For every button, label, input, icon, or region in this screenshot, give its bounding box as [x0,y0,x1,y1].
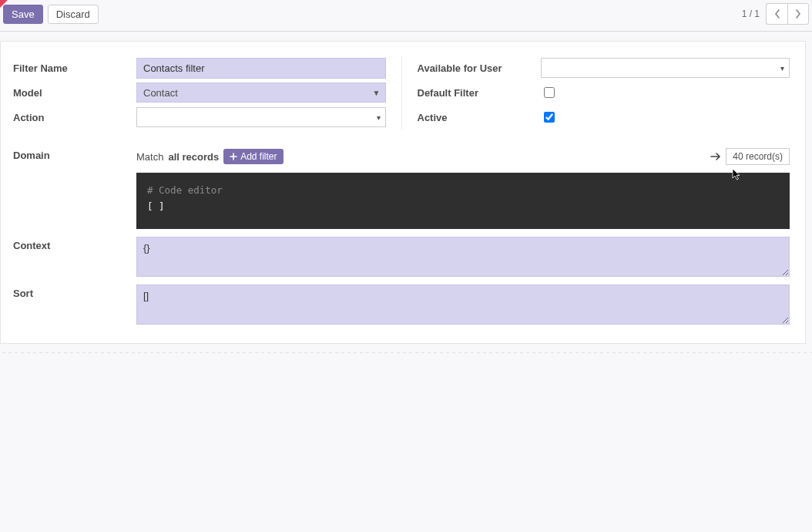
pager-text: 1 / 1 [742,8,760,19]
action-select[interactable]: ▾ [136,107,386,127]
form-sheet: Filter Name Model Contact ▼ Action ▾ A [0,41,806,344]
filter-name-input[interactable] [136,58,386,79]
pager-prev-button[interactable] [766,3,787,25]
domain-code-editor[interactable]: # Code editor [ ] [136,173,790,229]
code-value: [ ] [147,198,779,214]
domain-label: Domain [13,148,136,161]
top-fields: Filter Name Model Contact ▼ Action ▾ A [13,56,790,130]
caret-down-icon: ▾ [780,64,784,72]
available-for-user-label: Available for User [418,62,541,74]
add-filter-label: Add filter [240,151,277,162]
save-button[interactable]: Save [3,5,43,24]
filter-name-label: Filter Name [13,62,136,74]
records-button[interactable]: 40 record(s) [726,148,790,165]
chevron-left-icon [774,9,780,19]
model-label: Model [13,87,136,99]
arrow-right-icon [710,152,721,161]
pager-next-button[interactable] [787,3,809,25]
toolbar-left: Save Discard [3,5,99,24]
add-filter-button[interactable]: Add filter [223,149,283,164]
domain-editor: Match all records Add filter 40 record(s… [136,148,790,229]
active-checkbox[interactable] [544,112,555,123]
toolbar: Save Discard 1 / 1 [0,0,812,32]
toolbar-right: 1 / 1 [742,3,809,25]
domain-records: 40 record(s) [710,148,790,165]
caret-down-icon: ▼ [373,89,381,97]
available-for-user-select[interactable]: ▾ [541,58,790,78]
domain-match-text: Match [136,151,163,163]
context-label: Context [13,237,136,251]
default-filter-checkbox[interactable] [544,87,555,98]
discard-button[interactable]: Discard [48,5,99,24]
context-input[interactable] [136,237,790,277]
model-select-value: Contact [143,87,178,99]
sheet-bottom-edge [0,347,812,353]
sort-label: Sort [13,285,136,299]
plus-icon [230,153,237,160]
model-select[interactable]: Contact ▼ [136,82,386,103]
chevron-right-icon [795,9,801,19]
active-label: Active [418,112,541,123]
caret-down-icon: ▾ [377,113,381,122]
action-label: Action [13,112,136,123]
sort-input[interactable] [136,285,790,325]
code-comment: # Code editor [147,182,779,198]
domain-match-bold: all records [168,151,219,163]
default-filter-label: Default Filter [418,87,541,99]
